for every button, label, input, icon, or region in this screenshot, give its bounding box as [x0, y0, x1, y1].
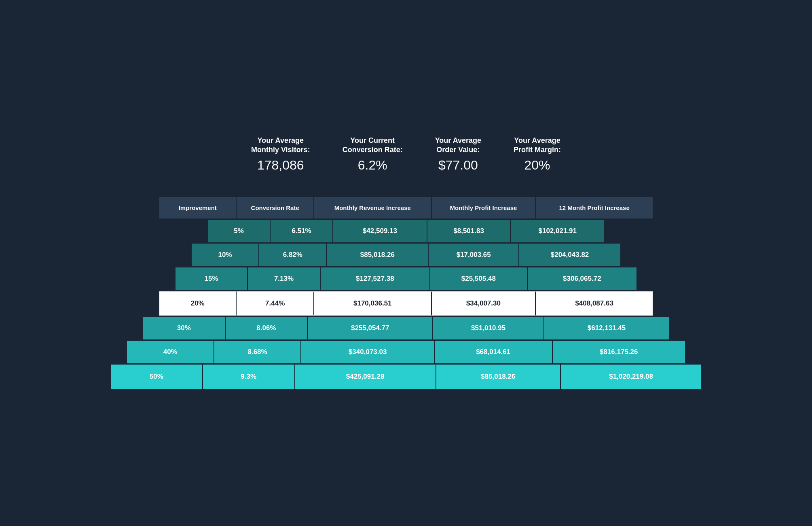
stat-profit-margin: Your AverageProfit Margin: 20% [514, 136, 561, 173]
table-header-row: Improvement Conversion Rate Monthly Reve… [159, 197, 653, 218]
cell-conv-rate: 8.68% [214, 341, 302, 363]
stat-conversion-rate-label: Your CurrentConversion Rate: [343, 136, 403, 155]
table-row: 10% 6.82% $85,018.26 $17,003.65 $204,043… [192, 244, 620, 266]
table-row: 15% 7.13% $127,527.38 $25,505.48 $306,06… [176, 267, 636, 290]
header-conversion-rate: Conversion Rate [237, 197, 314, 218]
cell-rev-increase: $425,091.28 [295, 365, 436, 389]
cell-improvement: 5% [208, 220, 271, 242]
stats-header: Your AverageMonthly Visitors: 178,086 Yo… [135, 136, 677, 173]
cell-conv-rate: 7.44% [237, 291, 314, 316]
cell-profit-increase: $51,010.95 [433, 317, 544, 339]
cell-annual-profit: $408,087.63 [536, 291, 653, 316]
cell-improvement: 20% [159, 291, 237, 316]
cell-conv-rate: 8.06% [226, 317, 308, 339]
main-container: Your AverageMonthly Visitors: 178,086 Yo… [135, 136, 677, 390]
stat-profit-margin-value: 20% [514, 158, 561, 173]
cell-annual-profit: $102,021.91 [511, 220, 604, 242]
cell-improvement: 15% [176, 267, 248, 290]
cell-rev-increase: $170,036.51 [314, 291, 432, 316]
table-row: 5% 6.51% $42,509.13 $8,501.83 $102,021.9… [208, 220, 604, 242]
pyramid-table-container: Improvement Conversion Rate Monthly Reve… [135, 197, 677, 389]
stat-conversion-rate-value: 6.2% [343, 158, 403, 173]
cell-conv-rate: 9.3% [203, 365, 295, 389]
header-improvement: Improvement [159, 197, 237, 218]
stat-order-value: Your AverageOrder Value: $77.00 [435, 136, 481, 173]
table-row: 50% 9.3% $425,091.28 $85,018.26 $1,020,2… [111, 365, 701, 389]
stat-order-value-value: $77.00 [435, 158, 481, 173]
cell-profit-increase: $34,007.30 [432, 291, 536, 316]
cell-annual-profit: $612,131.45 [544, 317, 669, 339]
stat-conversion-rate: Your CurrentConversion Rate: 6.2% [343, 136, 403, 173]
cell-rev-increase: $85,018.26 [327, 244, 429, 266]
cell-rev-increase: $340,073.03 [301, 341, 435, 363]
cell-rev-increase: $42,509.13 [333, 220, 427, 242]
cell-improvement: 30% [143, 317, 226, 339]
cell-profit-increase: $25,505.48 [430, 267, 528, 290]
stat-monthly-visitors-value: 178,086 [251, 158, 310, 173]
table-row: 40% 8.68% $340,073.03 $68,014.61 $816,17… [127, 341, 685, 363]
stat-monthly-visitors: Your AverageMonthly Visitors: 178,086 [251, 136, 310, 173]
cell-profit-increase: $85,018.26 [436, 365, 561, 389]
stat-profit-margin-label: Your AverageProfit Margin: [514, 136, 561, 155]
table-row: 30% 8.06% $255,054.77 $51,010.95 $612,13… [143, 317, 669, 339]
stat-monthly-visitors-label: Your AverageMonthly Visitors: [251, 136, 310, 155]
cell-annual-profit: $306,065.72 [528, 267, 636, 290]
cell-profit-increase: $8,501.83 [427, 220, 511, 242]
cell-rev-increase: $127,527.38 [321, 267, 430, 290]
cell-improvement: 40% [127, 341, 214, 363]
table-row-highlighted: 20% 7.44% $170,036.51 $34,007.30 $408,08… [159, 291, 653, 316]
cell-rev-increase: $255,054.77 [308, 317, 433, 339]
cell-annual-profit: $204,043.82 [519, 244, 620, 266]
cell-conv-rate: 6.82% [259, 244, 327, 266]
cell-conv-rate: 6.51% [271, 220, 333, 242]
cell-annual-profit: $1,020,219.08 [561, 365, 701, 389]
cell-improvement: 50% [111, 365, 203, 389]
header-monthly-profit: Monthly Profit Increase [432, 197, 536, 218]
cell-profit-increase: $17,003.65 [429, 244, 519, 266]
header-annual-profit: 12 Month Profit Increase [536, 197, 653, 218]
header-monthly-revenue: Monthly Revenue Increase [314, 197, 432, 218]
cell-profit-increase: $68,014.61 [435, 341, 553, 363]
cell-conv-rate: 7.13% [248, 267, 320, 290]
cell-improvement: 10% [192, 244, 259, 266]
cell-annual-profit: $816,175.26 [553, 341, 685, 363]
stat-order-value-label: Your AverageOrder Value: [435, 136, 481, 155]
